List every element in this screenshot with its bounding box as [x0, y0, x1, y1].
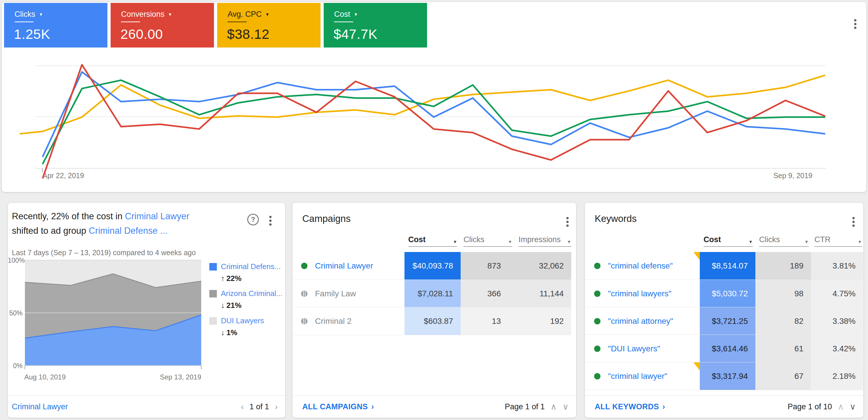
keyword-link[interactable]: "criminal defense" — [585, 252, 673, 279]
ad-group-link[interactable]: Criminal Defense ... — [89, 226, 167, 236]
keywords-card: Keywords Cost ▼ Clicks ▼ CTR ▼ "criminal… — [585, 203, 863, 418]
help-icon[interactable]: ? — [247, 214, 259, 226]
more-options-icon[interactable] — [852, 215, 855, 228]
column-sort-clicks[interactable]: Clicks ▼ — [464, 234, 512, 247]
sort-arrow-icon: ▼ — [804, 239, 809, 244]
campaign-name-link[interactable]: Criminal Lawyer — [292, 252, 373, 279]
legend-change: ↓ 1% — [221, 328, 282, 337]
y-axis-tick-0: 0% — [8, 362, 23, 370]
legend-swatch-lightgray — [209, 317, 217, 325]
insight-footer: Criminal Lawyer ‹ 1 of 1 › — [8, 395, 285, 418]
column-sort-cost[interactable]: Cost ▼ — [408, 234, 457, 247]
metric-card-avg-cpc[interactable]: Avg. CPC ▼ $38.12 — [217, 3, 320, 48]
cost-cell: $3,317.94 — [700, 362, 755, 390]
legend-change: ↓ 21% — [221, 301, 282, 310]
metric-selector-clicks[interactable]: Clicks ▼ — [14, 10, 43, 19]
legend-swatch-blue — [209, 263, 217, 271]
keyword-link[interactable]: "DUI Lawyers" — [585, 335, 660, 362]
clicks-cell: 13 — [461, 307, 507, 335]
clicks-cell: 873 — [461, 252, 507, 279]
chevron-down-icon[interactable]: ∨ — [850, 402, 856, 412]
column-sort-cost[interactable]: Cost ▼ — [704, 234, 753, 247]
more-options-icon[interactable] — [269, 214, 272, 227]
column-sort-impressions[interactable]: Impressions ▼ — [519, 234, 571, 247]
table-row: Criminal Lawyer $40,093.78 873 32,062 — [292, 252, 571, 279]
table-row: Family Law $7,028.11 366 11,144 — [292, 279, 571, 307]
campaign-link[interactable]: Criminal Lawyer — [125, 211, 189, 221]
x-axis-end-label: Sep 13, 2019 — [118, 373, 201, 381]
metric-label: Clicks — [14, 10, 35, 19]
ctr-cell: 4.75% — [811, 280, 863, 307]
metric-selector-cost[interactable]: Cost ▼ — [334, 10, 358, 19]
keyword-link[interactable]: "criminal attorney" — [585, 307, 673, 335]
chevron-right-icon[interactable]: › — [275, 402, 278, 412]
clicks-cell: 366 — [461, 280, 507, 307]
status-paused-icon — [301, 291, 308, 297]
metric-card-cost[interactable]: Cost ▼ $47.7K — [324, 3, 427, 48]
clicks-cell: 82 — [755, 307, 811, 335]
all-campaigns-link[interactable]: ALL CAMPAIGNS › — [302, 402, 374, 411]
chevron-right-icon: › — [662, 402, 665, 411]
legend-change-value: 22% — [226, 274, 242, 283]
y-axis-tick-100: 100% — [8, 257, 23, 265]
chevron-right-icon: › — [371, 402, 374, 411]
insight-pager: ‹ 1 of 1 › — [241, 402, 278, 412]
chevron-down-icon: ▼ — [168, 12, 172, 17]
column-label: Clicks — [464, 235, 485, 244]
legend-entry: DUI Lawyers ↓ 1% — [209, 316, 282, 337]
impressions-cell: 192 — [507, 307, 571, 335]
column-sort-ctr[interactable]: CTR ▼ — [814, 234, 862, 247]
y-axis-tick-50: 50% — [8, 309, 23, 317]
campaign-name-link[interactable]: Criminal 2 — [292, 307, 351, 335]
campaign-name-link[interactable]: Family Law — [292, 280, 356, 307]
column-label: Impressions — [519, 235, 561, 244]
cost-cell: $3,721.25 — [700, 307, 755, 335]
ctr-cell: 3.38% — [811, 307, 863, 335]
impressions-cell: 32,062 — [507, 252, 571, 279]
legend-change-value: 21% — [226, 301, 242, 310]
metric-selector-avg-cpc[interactable]: Avg. CPC ▼ — [227, 10, 270, 19]
status-paused-icon — [301, 318, 308, 324]
keywords-pager: Page 1 of 10 ∧ ∨ — [787, 402, 856, 412]
more-options-icon[interactable] — [566, 215, 569, 228]
keywords-title: Keywords — [595, 213, 637, 224]
legend-label-link[interactable]: Arizona Criminal... — [221, 289, 282, 298]
cost-cell: $5,030.72 — [700, 280, 755, 307]
chevron-down-icon[interactable]: ∨ — [563, 402, 569, 412]
metric-underline — [227, 22, 247, 22]
insight-title: Recently, 22% of the cost in Criminal La… — [12, 209, 212, 238]
keyword-text: "criminal lawyer" — [608, 371, 668, 381]
sort-arrow-icon: ▼ — [453, 239, 457, 244]
campaign-name: Family Law — [315, 289, 356, 298]
more-options-icon[interactable] — [854, 18, 857, 30]
chevron-down-icon: ▼ — [354, 12, 358, 17]
column-label: CTR — [814, 235, 831, 244]
table-row: "DUI Lawyers" $3,614.46 61 3.42% — [585, 335, 863, 362]
metric-selector-conversions[interactable]: Conversions ▼ — [121, 10, 172, 19]
insight-title-text: Recently, 22% of the cost in — [12, 211, 125, 221]
chevron-up-icon[interactable]: ∧ — [551, 402, 557, 412]
pager-text: 1 of 1 — [250, 402, 269, 411]
link-label: ALL KEYWORDS — [595, 402, 659, 411]
pager-text: Page 1 of 10 — [787, 402, 832, 411]
legend-label-link[interactable]: Criminal Defens... — [221, 262, 281, 271]
cost-cell: $7,028.11 — [404, 280, 461, 307]
metric-card-conversions[interactable]: Conversions ▼ 260.00 — [111, 3, 214, 48]
clicks-cell: 98 — [755, 280, 811, 307]
sort-arrow-icon: ▼ — [508, 239, 512, 244]
metric-card-clicks[interactable]: Clicks ▼ 1.25K — [4, 3, 107, 48]
legend-label-link[interactable]: DUI Lawyers — [221, 316, 264, 325]
insight-title-text: shifted to ad group — [12, 226, 89, 236]
chevron-up-icon[interactable]: ∧ — [838, 402, 844, 412]
chevron-left-icon[interactable]: ‹ — [241, 402, 244, 412]
cost-cell: $603.87 — [404, 307, 461, 335]
keyword-link[interactable]: "criminal lawyers" — [585, 280, 672, 307]
metric-label: Conversions — [121, 10, 164, 19]
all-keywords-link[interactable]: ALL KEYWORDS › — [595, 402, 665, 411]
legend-entry: Arizona Criminal... ↓ 21% — [209, 289, 282, 310]
column-sort-clicks[interactable]: Clicks ▼ — [759, 234, 809, 247]
metric-underline — [334, 22, 353, 22]
campaign-footer-link[interactable]: Criminal Lawyer — [12, 402, 68, 411]
column-label: Cost — [408, 235, 426, 244]
keyword-link[interactable]: "criminal lawyer" — [585, 362, 668, 390]
